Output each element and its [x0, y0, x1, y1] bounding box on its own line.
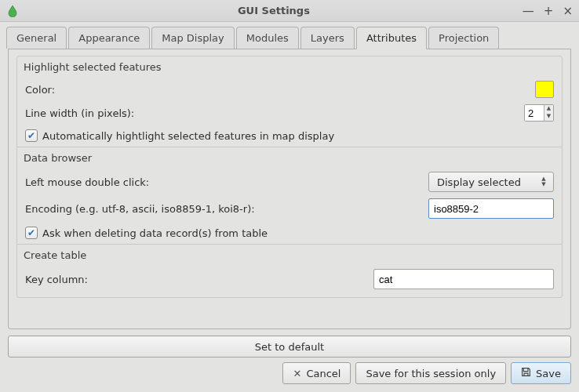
tab-bar: General Appearance Map Display Modules L… [0, 22, 579, 49]
group-createtable-title: Create table [17, 245, 562, 266]
leftclick-label: Left mouse double click: [25, 176, 149, 188]
close-icon: ✕ [293, 368, 301, 379]
app-icon [6, 5, 19, 17]
linewidth-spinner[interactable]: ▲ ▼ [524, 104, 554, 122]
group-highlight-title: Highlight selected features [17, 56, 562, 78]
linewidth-input[interactable] [525, 105, 544, 121]
linewidth-label: Line width (in pixels): [25, 107, 134, 119]
spinner-down-icon[interactable]: ▼ [544, 113, 553, 121]
color-label: Color: [25, 84, 55, 96]
tab-layers[interactable]: Layers [300, 27, 355, 49]
color-swatch[interactable] [535, 81, 554, 98]
tab-map-display[interactable]: Map Display [151, 27, 235, 49]
ask-delete-checkbox[interactable]: ✔ [25, 227, 38, 239]
maximize-button[interactable]: + [544, 4, 554, 18]
titlebar: GUI Settings — + × [0, 0, 579, 22]
spinner-up-icon[interactable]: ▲ [544, 105, 553, 113]
minimize-button[interactable]: — [523, 4, 534, 18]
tab-projection[interactable]: Projection [428, 27, 499, 49]
save-button[interactable]: Save [511, 362, 571, 384]
set-default-button[interactable]: Set to default [8, 336, 571, 358]
close-button[interactable]: × [563, 4, 573, 18]
encoding-input[interactable] [428, 198, 554, 219]
cancel-button[interactable]: ✕ Cancel [282, 362, 351, 384]
keycolumn-input[interactable] [373, 269, 554, 289]
attributes-panel: Highlight selected features Color: Line … [8, 49, 571, 329]
group-databrowser-title: Data browser [17, 147, 562, 169]
ask-delete-label: Ask when deleting data record(s) from ta… [42, 227, 268, 239]
auto-highlight-label: Automatically hightlight selected featur… [42, 130, 334, 142]
keycolumn-label: Key column: [25, 274, 88, 285]
tab-modules[interactable]: Modules [236, 27, 299, 49]
chevron-updown-icon: ▲▼ [539, 176, 548, 187]
save-session-button[interactable]: Save for this session only [355, 362, 506, 384]
save-icon [521, 367, 531, 379]
window-title: GUI Settings [25, 5, 523, 16]
tab-general[interactable]: General [6, 27, 67, 49]
encoding-label: Encoding (e.g. utf-8, ascii, iso8859-1, … [25, 203, 255, 215]
auto-highlight-checkbox[interactable]: ✔ [25, 129, 38, 142]
tab-appearance[interactable]: Appearance [68, 27, 150, 49]
leftclick-dropdown[interactable]: Display selected ▲▼ [428, 172, 554, 192]
leftclick-value: Display selected [437, 176, 539, 188]
tab-attributes[interactable]: Attributes [356, 27, 427, 49]
